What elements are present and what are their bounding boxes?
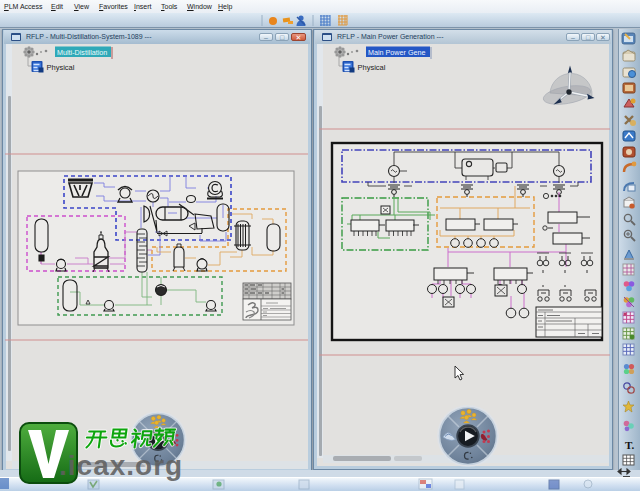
svg-text:T.: T. — [625, 439, 635, 451]
